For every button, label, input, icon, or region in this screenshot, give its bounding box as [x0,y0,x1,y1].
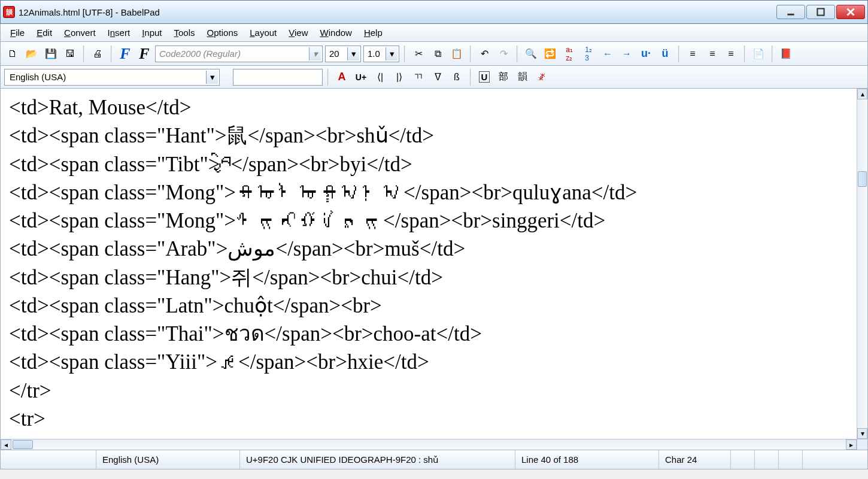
cjk-radical-2-icon[interactable]: 韻 [514,69,531,86]
menu-help[interactable]: Help [358,24,389,41]
minimize-button[interactable] [776,5,805,19]
new-file-icon[interactable]: 🗋 [4,46,21,62]
toolbar-main: 🗋 📂 💾 🖫 🖨 F F Code2000 (Regular) ▾ 20 ▾ … [0,42,868,66]
save-all-icon[interactable]: 🖫 [62,46,78,62]
arrow-left-icon[interactable]: ← [599,46,616,62]
toolbar-secondary: English (USA) ▾ A U+ ⟨| |⟩ ㄲ ᐁ ß U 部 韻 ꊨ [0,66,868,89]
yi-radical-icon[interactable]: ꊨ [533,69,550,86]
separator [470,46,471,62]
print-icon[interactable]: 🖨 [89,46,106,62]
brackets-right-icon[interactable]: |⟩ [391,69,408,86]
replace-icon[interactable]: 🔁 [542,46,559,62]
status-line: Line 40 of 188 [515,450,659,469]
status-empty-5 [803,450,867,469]
special-char-1-icon[interactable]: ㄲ [410,69,427,86]
line-spacing-value: 1.0 [368,48,380,59]
font-name: Code2000 (Regular) [159,48,241,59]
maximize-button[interactable] [806,5,835,19]
menu-view[interactable]: View [283,24,314,41]
menu-convert[interactable]: Convert [58,24,102,41]
font-mode-1-button[interactable]: F [117,46,133,62]
help-book-icon[interactable]: 📕 [778,46,794,62]
align-left-icon[interactable]: ≡ [684,46,701,62]
status-empty-4 [779,450,803,469]
separator [678,46,679,62]
scroll-down-icon[interactable]: ▾ [857,428,867,439]
line-spacing-select[interactable]: 1.0 ▾ [363,46,399,62]
editor-area[interactable]: <td>Rat, Mouse</td> <td><span class="Han… [0,89,868,450]
editor-content[interactable]: <td>Rat, Mouse</td> <td><span class="Han… [1,89,867,438]
menu-insert[interactable]: Insert [102,24,136,41]
sort-az-icon[interactable]: a₁z₂ [561,46,578,62]
boxed-u-icon[interactable]: U [476,69,493,86]
status-language: English (USA) [96,450,240,469]
separator [517,46,518,62]
separator [111,46,112,62]
sort-12-icon[interactable]: 1₂3 [580,46,597,62]
scroll-left-icon[interactable]: ◂ [1,439,11,450]
document-settings-icon[interactable]: 📄 [750,46,767,62]
save-icon[interactable]: 💾 [43,46,59,62]
undo-icon[interactable]: ↶ [476,46,493,62]
menu-layout[interactable]: Layout [244,24,283,41]
special-char-2-icon[interactable]: ᐁ [429,69,446,86]
status-empty-3 [755,450,779,469]
menu-input[interactable]: Input [136,24,168,41]
scroll-track[interactable] [857,99,867,428]
align-right-icon[interactable]: ≡ [723,46,739,62]
find-icon[interactable]: 🔍 [523,46,539,62]
separator [470,69,471,86]
search-input[interactable] [233,69,323,86]
app-icon: 韻 [3,6,15,18]
menu-edit[interactable]: Edit [31,24,58,41]
u-compose-icon[interactable]: ü [657,46,673,62]
window-controls [776,5,865,19]
align-center-icon[interactable]: ≡ [703,46,720,62]
special-char-3-icon[interactable]: ß [448,69,465,86]
font-size-value: 20 [329,48,339,59]
scroll-up-icon[interactable]: ▴ [857,89,867,99]
brackets-left-icon[interactable]: ⟨| [372,69,389,86]
scroll-thumb-h[interactable] [13,440,33,449]
separator [772,46,773,62]
font-select[interactable]: Code2000 (Regular) ▾ [155,46,323,62]
cjk-radical-1-icon[interactable]: 部 [495,69,512,86]
menu-tools[interactable]: Tools [168,24,201,41]
menu-options[interactable]: Options [201,24,244,41]
font-mode-2-button[interactable]: F [136,46,153,62]
status-char: Char 24 [659,450,731,469]
cut-icon[interactable]: ✂ [410,46,427,62]
language-select[interactable]: English (USA) ▾ [4,69,220,86]
vertical-scrollbar[interactable]: ▴ ▾ [857,89,867,439]
menu-file[interactable]: File [4,24,31,41]
chevron-down-icon[interactable]: ▾ [386,47,397,60]
arrow-right-icon[interactable]: → [618,46,635,62]
separator [83,46,84,62]
separator [327,69,329,86]
chevron-down-icon[interactable]: ▾ [347,47,359,60]
u-plus-icon[interactable]: U+ [353,69,369,86]
chevron-down-icon[interactable]: ▾ [309,47,321,60]
redo-icon[interactable]: ↷ [495,46,512,62]
svg-rect-1 [817,8,824,15]
scroll-right-icon[interactable]: ▸ [846,439,857,450]
scroll-thumb[interactable] [858,171,867,187]
separator [744,46,745,62]
titlebar: 韻 12Animals.html [UTF-8] - BabelPad [0,0,868,24]
statusbar: English (USA) U+9F20 CJK UNIFIED IDEOGRA… [0,450,868,469]
menu-window[interactable]: Window [314,24,358,41]
horizontal-scrollbar[interactable]: ◂ ▸ [1,439,857,450]
u-decompose-icon[interactable]: u· [638,46,654,62]
separator [404,46,405,62]
paste-icon[interactable]: 📋 [448,46,465,62]
char-a-icon[interactable]: A [333,69,350,86]
chevron-down-icon[interactable]: ▾ [206,71,218,84]
status-empty-2 [731,450,755,469]
language-value: English (USA) [10,72,66,82]
open-file-icon[interactable]: 📂 [23,46,40,62]
close-button[interactable] [836,5,865,19]
font-size-select[interactable]: 20 ▾ [325,46,361,62]
scroll-corner [857,439,867,450]
window-title: 12Animals.html [UTF-8] - BabelPad [19,7,776,17]
copy-icon[interactable]: ⧉ [429,46,446,62]
